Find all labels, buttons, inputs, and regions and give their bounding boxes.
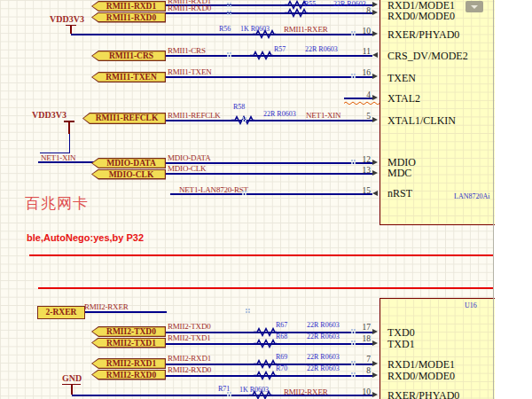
wire-rmii2-rxer[interactable]	[83, 311, 167, 313]
resistor-designator[interactable]: R58	[233, 104, 245, 111]
net-label[interactable]: RMII1-CRS	[168, 47, 206, 55]
wire-rmii1-rxd0[interactable]	[166, 12, 372, 14]
port-label: RMII1-RXD1	[97, 1, 166, 12]
power-label-vdd3v3[interactable]: VDD3V3	[50, 15, 84, 24]
resistor-value[interactable]: 22R R0603	[307, 322, 340, 329]
resistor-symbol[interactable]	[254, 327, 277, 337]
junction-marker	[351, 329, 353, 331]
schematic-canvas[interactable]: RMII1-RXD1 RMII1-RXD0 RMII1-CRS RMII1-TX…	[0, 0, 494, 399]
pin-number: 8	[356, 7, 371, 16]
pin-name: XTAL2	[387, 93, 420, 104]
port-rmii2-rxd0[interactable]: RMII2-RXD0	[91, 370, 166, 380]
port-rmii1-rxd1[interactable]: RMII1-RXD1	[91, 1, 166, 12]
wire-vdd-drop[interactable]	[69, 133, 71, 153]
port-rmii1-crs[interactable]: RMII1-CRS	[91, 51, 166, 61]
resistor-value[interactable]: 1K R0603	[240, 26, 270, 33]
section-divider-line	[38, 287, 494, 289]
pin-connector-icon	[372, 191, 378, 196]
resistor-designator[interactable]: R69	[276, 354, 287, 361]
junction-marker	[227, 11, 229, 12]
port-rmii2-rxer[interactable]: 2-RXER	[37, 306, 85, 319]
resistor-value[interactable]: 22R R0603	[263, 111, 296, 118]
port-label: RMII1-REFCLK	[88, 113, 166, 124]
net-label[interactable]: RMII2-RXER	[284, 388, 328, 396]
resistor-value[interactable]: 1K R0603	[239, 387, 269, 394]
wire-mdio-clk[interactable]	[166, 173, 372, 175]
power-label-gnd[interactable]: GND	[62, 374, 82, 383]
pin-number: 7	[356, 356, 371, 364]
resistor-designator[interactable]: R67	[276, 322, 287, 329]
port-mdio-clk[interactable]: MDIO-CLK	[91, 169, 166, 180]
pin-number: 5	[356, 113, 371, 121]
schematic-editor-viewport: RMII1-RXD1 RMII1-RXD0 RMII1-CRS RMII1-TX…	[0, 0, 532, 399]
chinese-section-title: 百兆网卡	[25, 196, 89, 211]
power-label-vdd3v3[interactable]: VDD3V3	[32, 111, 66, 120]
resistor-symbol[interactable]	[250, 51, 273, 60]
net-label[interactable]: RMII1-TXEN	[168, 68, 212, 76]
pin-connector-icon	[372, 74, 378, 79]
resistor-symbol[interactable]	[285, 8, 308, 18]
net-label[interactable]: RMII1-RXD0	[168, 4, 211, 12]
net-label[interactable]: NET1-XIN	[41, 154, 75, 162]
net-label[interactable]: RMII1-RXER	[284, 26, 328, 34]
net-label[interactable]: RMII2-TXD0	[168, 323, 211, 331]
pin-name: nRST	[387, 188, 412, 199]
net-label[interactable]: NET1-XIN	[306, 112, 340, 120]
power-stem-icon	[71, 384, 73, 395]
port-rmii1-txen[interactable]: RMII1-TXEN	[91, 72, 166, 82]
net-label[interactable]: NET1-LAN8720-RST	[179, 186, 248, 194]
power-stem-icon	[70, 25, 72, 35]
net-label[interactable]: RMII2-TXD1	[168, 334, 211, 342]
pin-name: TXEN	[387, 73, 416, 83]
net-label[interactable]: RMII1-REFCLK	[168, 112, 221, 120]
pin-name: RXD0/MODE0	[387, 371, 455, 381]
resistor-designator[interactable]: R55	[304, 1, 316, 8]
pin-connector-icon	[372, 392, 378, 397]
resistor-designator[interactable]: R68	[276, 333, 287, 340]
chip-designator[interactable]: U16	[465, 302, 477, 309]
net-label[interactable]: MDIO-CLK	[168, 165, 206, 173]
port-label: MDIO-CLK	[97, 169, 166, 180]
resistor-symbol[interactable]	[254, 339, 277, 348]
net-label[interactable]: RMII2-RXD1	[168, 355, 211, 363]
pin-name: XTAL1/CLKIN	[387, 115, 456, 126]
pin-number: 10	[356, 388, 371, 397]
net-label[interactable]: RMII2-RXER	[84, 303, 129, 311]
junction-marker	[351, 74, 353, 75]
junction-marker	[351, 340, 353, 342]
pin-number: 8	[356, 367, 371, 376]
net-label[interactable]: RMII2-RXD0	[168, 366, 211, 374]
port-rmii2-txd0[interactable]: RMII2-TXD0	[91, 326, 166, 337]
port-rmii2-txd1[interactable]: RMII2-TXD1	[91, 338, 166, 348]
port-rmii1-refclk[interactable]: RMII1-REFCLK	[82, 113, 166, 124]
pin-connector-icon	[372, 372, 378, 378]
port-label: RMII1-CRS	[97, 51, 166, 61]
port-mdio-data[interactable]: MDIO-DATA	[91, 158, 166, 168]
net-label[interactable]: MDIO-DATA	[168, 154, 210, 162]
resistor-symbol[interactable]	[254, 371, 277, 380]
pin-connector-icon	[372, 117, 378, 122]
pin-connector-icon	[372, 31, 378, 36]
resistor-value[interactable]: 22R R0603	[305, 46, 338, 53]
pin-name: RXER/PHYAD0	[387, 390, 459, 399]
pin-connector-icon	[372, 361, 378, 366]
pin-name: RXD1/MODE1	[387, 359, 455, 370]
wire-rmii1-refclk[interactable]	[166, 120, 372, 121]
port-rmii2-rxd1[interactable]: RMII2-RXD1	[91, 358, 166, 369]
resistor-designator[interactable]: R57	[274, 46, 286, 53]
wire-rmii1-txen[interactable]	[166, 76, 372, 78]
resistor-value[interactable]: 22R R0603	[307, 365, 340, 372]
junction-marker	[227, 52, 229, 54]
pin-name: RXER/PHYAD0	[387, 29, 459, 40]
wire-rmii1-rxer[interactable]	[71, 34, 372, 35]
resistor-designator[interactable]: R56	[219, 26, 231, 33]
resistor-designator[interactable]: R70	[276, 365, 287, 372]
section-divider-line	[29, 254, 494, 256]
port-rmii1-rxd0[interactable]: RMII1-RXD0	[91, 12, 166, 23]
resistor-value[interactable]: 22R R0603	[307, 333, 340, 340]
dropdown-button[interactable]	[466, 1, 483, 12]
error-squiggle-icon	[344, 100, 381, 105]
resistor-symbol[interactable]	[254, 359, 277, 369]
resistor-value[interactable]: 22R R0603	[307, 354, 340, 361]
part-comment[interactable]: LAN8720Ai	[454, 193, 489, 200]
